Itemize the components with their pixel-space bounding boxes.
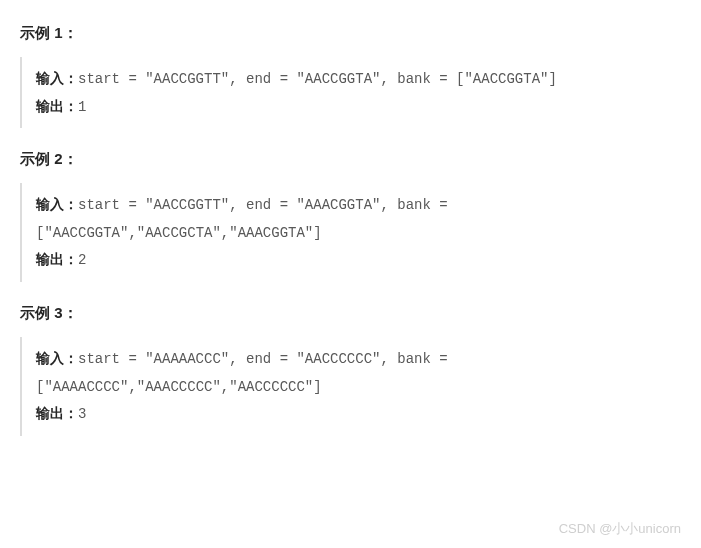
example-heading: 示例 1：	[20, 24, 681, 43]
input-label: 输入：	[36, 196, 78, 212]
input-code: start = "AAAAACCC", end = "AACCCCCC", ba…	[36, 351, 448, 395]
output-value: 1	[78, 99, 86, 115]
input-code: start = "AACCGGTT", end = "AACCGGTA", ba…	[78, 71, 557, 87]
output-line: 输出：3	[36, 400, 681, 428]
example-heading: 示例 3：	[20, 304, 681, 323]
example-heading: 示例 2：	[20, 150, 681, 169]
watermark: CSDN @小小unicorn	[559, 520, 681, 538]
code-block: 输入：start = "AACCGGTT", end = "AAACGGTA",…	[20, 183, 681, 282]
input-line: 输入：start = "AACCGGTT", end = "AACCGGTA",…	[36, 65, 681, 93]
output-label: 输出：	[36, 98, 78, 114]
code-block: 输入：start = "AACCGGTT", end = "AACCGGTA",…	[20, 57, 681, 128]
output-value: 3	[78, 406, 86, 422]
output-line: 输出：1	[36, 93, 681, 121]
output-label: 输出：	[36, 251, 78, 267]
example-2: 示例 2： 输入：start = "AACCGGTT", end = "AAAC…	[20, 150, 681, 282]
output-line: 输出：2	[36, 246, 681, 274]
output-label: 输出：	[36, 405, 78, 421]
example-1: 示例 1： 输入：start = "AACCGGTT", end = "AACC…	[20, 24, 681, 128]
input-line: 输入：start = "AACCGGTT", end = "AAACGGTA",…	[36, 191, 681, 246]
input-line: 输入：start = "AAAAACCC", end = "AACCCCCC",…	[36, 345, 681, 400]
example-3: 示例 3： 输入：start = "AAAAACCC", end = "AACC…	[20, 304, 681, 436]
input-label: 输入：	[36, 70, 78, 86]
input-code: start = "AACCGGTT", end = "AAACGGTA", ba…	[36, 197, 448, 241]
code-block: 输入：start = "AAAAACCC", end = "AACCCCCC",…	[20, 337, 681, 436]
output-value: 2	[78, 252, 86, 268]
input-label: 输入：	[36, 350, 78, 366]
